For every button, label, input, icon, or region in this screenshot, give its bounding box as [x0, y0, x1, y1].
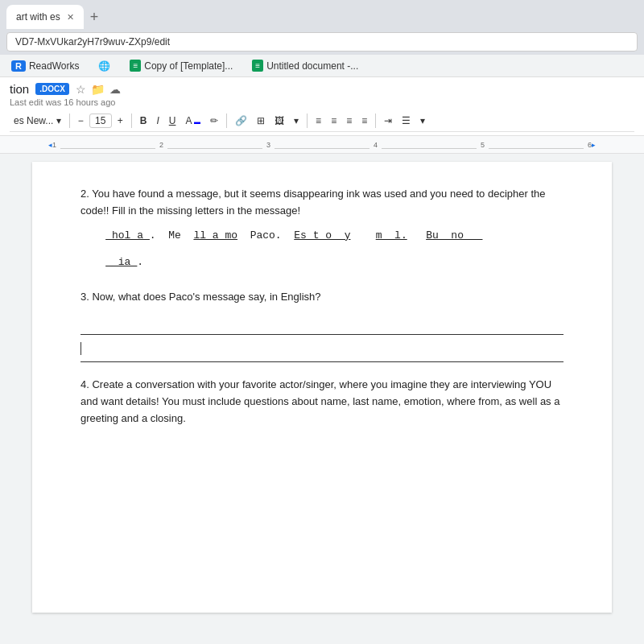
doc-header: tion .DOCX ☆ 📁 ☁ Last edit was 16 hours …: [0, 77, 644, 136]
bookmark-readworks[interactable]: R ReadWorks: [6, 59, 84, 73]
font-family-selector[interactable]: es New... ▾: [10, 114, 65, 128]
font-size-increase-button[interactable]: +: [114, 114, 127, 128]
ruler-mark-spacer: [60, 148, 155, 149]
readworks-icon: R: [11, 60, 26, 72]
toolbar-separator-4: [307, 114, 308, 128]
active-tab[interactable]: art with es ✕: [6, 5, 84, 29]
bold-button[interactable]: B: [136, 114, 151, 128]
answer-line-3-1[interactable]: [80, 312, 564, 335]
ruler-mark-spacer2: [167, 148, 262, 149]
ruler-mark-1: 1: [52, 141, 56, 149]
ruler-mark-spacer4: [382, 148, 477, 149]
gdoc-icon-1: ≡: [130, 60, 141, 72]
question-3-body: Now, what does Paco's message say, in En…: [92, 291, 320, 303]
ruler-mark-spacer5: [489, 148, 584, 149]
table-icon[interactable]: ⊞: [253, 114, 269, 128]
bookmark-copy-template[interactable]: ≡ Copy of [Template]...: [125, 58, 237, 73]
align-right-icon[interactable]: ≡: [342, 114, 356, 128]
tab-close-button[interactable]: ✕: [67, 12, 74, 23]
ruler-right-arrow: ▸: [592, 141, 596, 149]
ruler-mark-4: 4: [374, 141, 378, 149]
bookmark-globe[interactable]: 🌐: [93, 59, 115, 73]
align-left-icon[interactable]: ≡: [312, 114, 325, 128]
document-outer[interactable]: 2. You have found a message, but it seem…: [0, 154, 644, 644]
toolbar-separator-5: [375, 114, 376, 128]
cloud-icon[interactable]: ☁: [109, 83, 121, 96]
list-icon[interactable]: ☰: [398, 114, 415, 128]
blank-hol: _hol_a_: [105, 229, 150, 242]
blank-llamo: ll_a_mo: [193, 229, 237, 242]
font-color-button[interactable]: A ▬: [181, 114, 204, 128]
last-edit-text: Last edit was 16 hours ago: [10, 97, 634, 107]
bookmark-untitled[interactable]: ≡ Untitled document -...: [247, 58, 363, 73]
ruler-mark-2: 2: [159, 141, 163, 149]
docx-badge: .DOCX: [35, 83, 69, 95]
indent-icon[interactable]: ⇥: [380, 114, 396, 128]
question-2-fill-line-2: __ia_.: [80, 252, 564, 273]
ruler-mark-spacer3: [275, 148, 369, 149]
ruler: ◂ 1 2 3 4 5 6 ▸: [0, 136, 644, 154]
font-color-swatch: ▬: [194, 118, 200, 126]
star-icon[interactable]: ☆: [76, 83, 86, 96]
doc-title: tion: [10, 82, 29, 96]
question-4-number: 4.: [80, 378, 89, 390]
tab-bar: art with es ✕ +: [0, 0, 644, 29]
list-chevron[interactable]: ▾: [416, 114, 429, 128]
doc-title-row: tion .DOCX ☆ 📁 ☁: [10, 82, 634, 96]
question-4-text: 4. Create a conversation with your favor…: [80, 377, 564, 427]
font-family-chevron: ▾: [56, 115, 61, 126]
question-2-number: 2.: [80, 188, 89, 200]
question-2: 2. You have found a message, but it seem…: [80, 186, 564, 273]
font-size-decrease-button[interactable]: −: [74, 114, 88, 128]
address-bar[interactable]: VD7-MxVUkar2yH7r9wuv-ZXp9/edit: [6, 32, 638, 52]
font-size-input[interactable]: 15: [89, 114, 112, 128]
blank-buno: Bu__no___: [426, 229, 482, 242]
folder-icon[interactable]: 📁: [91, 83, 105, 96]
gdoc-icon-2: ≡: [252, 60, 263, 72]
question-3-number: 3.: [80, 291, 89, 303]
toolbar: es New... ▾ − 15 + B I U A ▬ ✏ 🔗 ⊞ 🖼 ▾ ≡…: [10, 110, 634, 132]
question-3-answer-area: [80, 312, 564, 362]
ruler-mark-5: 5: [481, 141, 485, 149]
ruler-mark-3: 3: [266, 141, 270, 149]
image-icon[interactable]: 🖼: [270, 114, 288, 128]
align-justify-icon[interactable]: ≡: [357, 114, 371, 128]
document-content: 2. You have found a message, but it seem…: [32, 162, 612, 613]
pen-icon[interactable]: ✏: [206, 114, 222, 128]
question-2-fill-line-1: _hol_a_. Me ll_a_mo Paco. Es_t_o__y m__l…: [80, 225, 564, 248]
question-4-body: Create a conversation with your favorite…: [80, 378, 559, 424]
tab-label: art with es: [16, 11, 60, 23]
answer-line-3-2[interactable]: [80, 340, 564, 362]
toolbar-separator-2: [131, 114, 132, 128]
bookmarks-bar: R ReadWorks 🌐 ≡ Copy of [Template]... ≡ …: [0, 55, 644, 77]
blank-ia: __ia_: [105, 256, 137, 268]
question-3: 3. Now, what does Paco's message say, in…: [80, 289, 564, 362]
address-text: VD7-MxVUkar2yH7r9wuv-ZXp9/edit: [15, 36, 170, 47]
italic-button[interactable]: I: [152, 114, 163, 128]
browser-chrome: art with es ✕ + VD7-MxVUkar2yH7r9wuv-ZXp…: [0, 0, 644, 77]
blank-esto: Es_t_o__y: [294, 229, 350, 242]
image-chevron[interactable]: ▾: [290, 114, 303, 128]
underline-button[interactable]: U: [165, 114, 180, 128]
readworks-label: ReadWorks: [29, 60, 79, 72]
question-4: 4. Create a conversation with your favor…: [80, 377, 564, 427]
question-2-text: 2. You have found a message, but it seem…: [80, 186, 564, 220]
toolbar-separator-3: [226, 114, 227, 128]
toolbar-separator-1: [69, 114, 70, 128]
new-tab-button[interactable]: +: [84, 10, 105, 24]
globe-icon: 🌐: [98, 60, 110, 72]
link-icon[interactable]: 🔗: [231, 114, 251, 128]
doc-icons: ☆ 📁 ☁: [76, 83, 121, 96]
question-3-text: 3. Now, what does Paco's message say, in…: [80, 289, 564, 306]
align-center-icon[interactable]: ≡: [327, 114, 341, 128]
copy-template-label: Copy of [Template]...: [144, 60, 233, 72]
blank-ml: m__l.: [376, 229, 407, 242]
untitled-label: Untitled document -...: [266, 60, 358, 72]
question-2-body: You have found a message, but it seems d…: [80, 188, 545, 217]
